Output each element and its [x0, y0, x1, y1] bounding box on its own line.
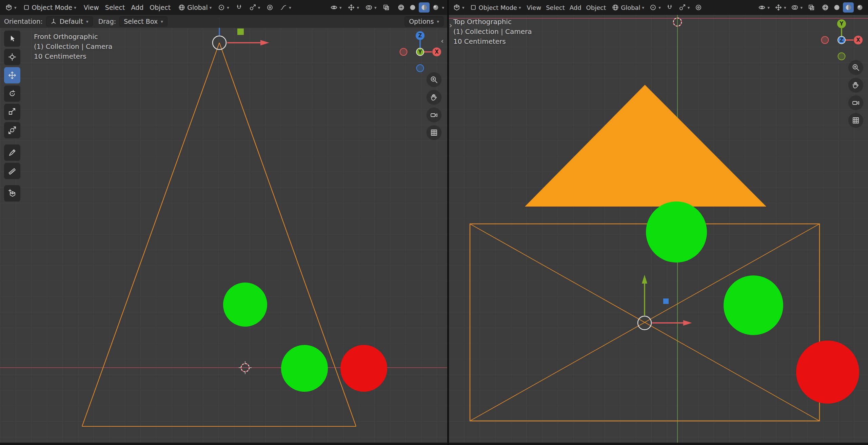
pan-button[interactable]	[427, 90, 441, 105]
move-gizmo-y-arrow[interactable]	[642, 275, 647, 315]
shading-solid-button[interactable]	[831, 2, 842, 13]
tool-cursor[interactable]	[4, 49, 20, 65]
camera-view-button[interactable]	[848, 95, 863, 110]
xray-toggle[interactable]	[381, 3, 392, 12]
snap-settings-dropdown[interactable]: ▾	[247, 3, 262, 12]
editor-bottom-edge	[0, 443, 868, 445]
object-visibility-dropdown[interactable]: ▾	[756, 3, 771, 12]
cone-object-top[interactable]	[525, 85, 766, 207]
move-gizmo-plane-handle[interactable]	[237, 28, 244, 35]
sphere-object-red[interactable]	[796, 341, 859, 404]
cursor-arrow-icon	[8, 34, 17, 43]
chevron-down-icon: ▾	[658, 5, 661, 10]
panel-toggle-arrow[interactable]: ›	[449, 21, 452, 30]
chevron-down-icon: ▾	[86, 19, 88, 24]
pivot-point-dropdown[interactable]: ▾	[216, 3, 231, 12]
falloff-curve-icon	[280, 4, 287, 11]
drag-mode-dropdown[interactable]: Select Box ▾	[119, 16, 167, 26]
tool-scale[interactable]	[4, 104, 20, 120]
proportional-editing-toggle[interactable]	[693, 3, 704, 12]
move-gizmo-x-arrow[interactable]	[227, 40, 269, 45]
pan-button[interactable]	[848, 78, 863, 93]
chevron-down-icon: ▾	[161, 19, 163, 24]
shading-material-button[interactable]	[419, 2, 430, 13]
chevron-down-icon: ▾	[800, 5, 803, 10]
zoom-button[interactable]	[848, 60, 863, 75]
menu-object[interactable]: Object	[146, 3, 174, 12]
zoom-button[interactable]	[427, 72, 441, 87]
sphere-object-green-1[interactable]	[646, 201, 707, 263]
overlays-dropdown[interactable]: ▾	[789, 3, 804, 12]
hand-icon	[852, 81, 860, 89]
tool-transform[interactable]	[4, 122, 20, 138]
chevron-down-icon: ▾	[14, 5, 17, 10]
menu-view[interactable]: View	[81, 3, 102, 12]
shading-solid-button[interactable]	[407, 2, 418, 13]
grid-scale-text: 10 Centimeters	[453, 37, 532, 46]
menu-object[interactable]: Object	[584, 3, 609, 12]
shading-rendered-button[interactable]	[430, 2, 441, 13]
proportional-falloff-dropdown[interactable]: ▾	[278, 3, 293, 12]
chevron-down-icon: ▾	[784, 5, 786, 10]
move-gizmo-center[interactable]	[638, 316, 651, 330]
shading-rendered-button[interactable]	[854, 2, 865, 13]
grid-icon	[430, 129, 438, 137]
pivot-point-dropdown[interactable]: ▾	[648, 3, 663, 12]
editor-3d-viewport-icon	[5, 4, 13, 11]
transform-orientation-dropdown[interactable]: Global ▾	[176, 3, 213, 12]
gizmo-axis-neg-y-ball[interactable]	[838, 53, 845, 60]
gizmos-dropdown[interactable]: ▾	[773, 3, 788, 12]
menu-add[interactable]: Add	[567, 3, 584, 12]
gizmo-z-label: Z	[840, 37, 844, 43]
menu-add[interactable]: Add	[128, 3, 146, 12]
camera-view-button[interactable]	[427, 108, 441, 122]
move-gizmo-plane-handle[interactable]	[663, 298, 669, 304]
tool-annotate[interactable]	[4, 144, 20, 161]
chevron-down-icon: ▾	[74, 5, 76, 10]
shading-material-button[interactable]	[843, 2, 854, 13]
tool-add-cube[interactable]	[4, 185, 20, 201]
grid-toggle-button[interactable]	[848, 113, 863, 128]
options-dropdown[interactable]: Options ▾	[405, 16, 443, 26]
sphere-object-green-1[interactable]	[223, 283, 267, 327]
menu-select[interactable]: Select	[102, 3, 128, 12]
orientation-value: Default	[60, 18, 83, 25]
collection-text: (1) Collection | Camera	[34, 42, 113, 52]
magnifier-icon	[852, 63, 860, 72]
snap-toggle[interactable]	[664, 3, 675, 12]
tool-measure[interactable]	[4, 163, 20, 179]
menu-select[interactable]: Select	[544, 3, 567, 12]
object-visibility-dropdown[interactable]: ▾	[329, 3, 343, 12]
gizmo-axis-neg-x-ball[interactable]	[822, 37, 829, 44]
move-gizmo-x-arrow[interactable]	[652, 320, 692, 326]
editor-type-button[interactable]: ▾	[451, 3, 466, 12]
sphere-object-red[interactable]	[340, 345, 387, 392]
mode-dropdown[interactable]: Object Mode ▾	[468, 3, 523, 12]
sphere-object-green-2[interactable]	[281, 345, 328, 392]
tool-move[interactable]	[4, 67, 20, 83]
grid-toggle-button[interactable]	[427, 125, 441, 140]
editor-divider[interactable]	[447, 0, 449, 445]
sphere-object-green-2[interactable]	[724, 275, 783, 335]
snap-settings-dropdown[interactable]: ▾	[677, 3, 692, 12]
tool-rotate[interactable]	[4, 85, 20, 102]
gizmo-axis-neg-z-ball[interactable]	[417, 65, 424, 72]
transform-orientation-dropdown[interactable]: Global ▾	[610, 3, 646, 12]
xray-toggle[interactable]	[806, 3, 817, 12]
mode-dropdown[interactable]: Object Mode ▾	[21, 3, 78, 12]
shading-wireframe-button[interactable]	[396, 2, 407, 13]
gizmos-dropdown[interactable]: ▾	[346, 3, 361, 12]
gizmo-axis-neg-x-ball[interactable]	[400, 49, 407, 56]
tool-tweak-select[interactable]	[4, 31, 20, 47]
viewport-info: Top Orthographic (1) Collection | Camera…	[453, 17, 532, 46]
snap-toggle[interactable]	[234, 3, 244, 12]
menu-view[interactable]: View	[524, 3, 544, 12]
orientation-default-dropdown[interactable]: Default ▾	[46, 16, 93, 26]
sidebar-toggle-arrow[interactable]: ‹	[441, 37, 444, 45]
editor-type-button[interactable]: ▾	[3, 3, 18, 12]
overlays-dropdown[interactable]: ▾	[363, 3, 378, 12]
drag-value: Select Box	[124, 18, 158, 25]
proportional-editing-toggle[interactable]	[264, 3, 275, 12]
view-name-text: Top Orthographic	[453, 17, 532, 27]
shading-wireframe-button[interactable]	[820, 2, 831, 13]
